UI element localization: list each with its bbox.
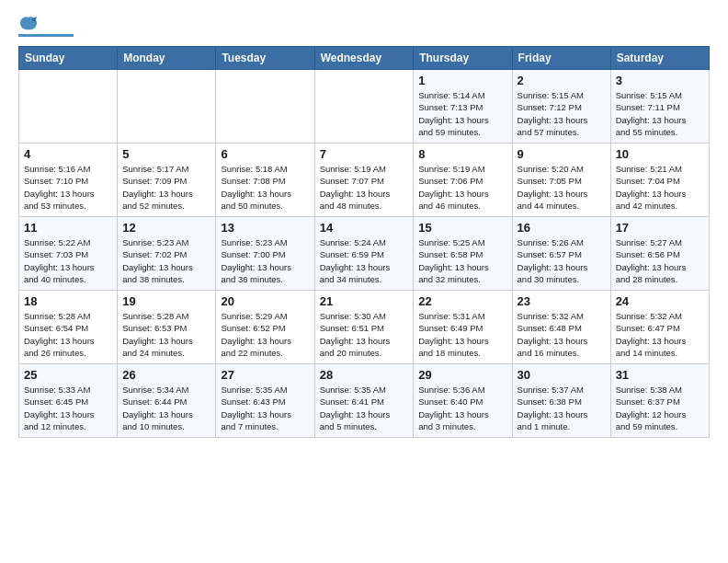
- day-number: 11: [24, 221, 112, 235]
- day-info: Sunrise: 5:23 AM Sunset: 7:00 PM Dayligh…: [221, 236, 309, 285]
- header-sunday: Sunday: [19, 47, 118, 70]
- table-row: 6Sunrise: 5:18 AM Sunset: 7:08 PM Daylig…: [216, 144, 314, 217]
- logo: [18, 15, 74, 37]
- table-row: 23Sunrise: 5:32 AM Sunset: 6:48 PM Dayli…: [512, 291, 610, 364]
- day-info: Sunrise: 5:30 AM Sunset: 6:51 PM Dayligh…: [320, 310, 409, 359]
- table-row: 26Sunrise: 5:34 AM Sunset: 6:44 PM Dayli…: [118, 364, 216, 438]
- day-info: Sunrise: 5:22 AM Sunset: 7:03 PM Dayligh…: [24, 236, 112, 285]
- header-thursday: Thursday: [414, 47, 512, 70]
- header-wednesday: Wednesday: [314, 47, 414, 70]
- day-info: Sunrise: 5:15 AM Sunset: 7:12 PM Dayligh…: [518, 89, 606, 138]
- table-row: 3Sunrise: 5:15 AM Sunset: 7:11 PM Daylig…: [610, 70, 709, 144]
- day-info: Sunrise: 5:36 AM Sunset: 6:40 PM Dayligh…: [418, 384, 506, 432]
- day-number: 29: [418, 368, 506, 382]
- calendar-week-row: 25Sunrise: 5:33 AM Sunset: 6:45 PM Dayli…: [19, 364, 710, 438]
- day-number: 14: [320, 221, 409, 235]
- table-row: 25Sunrise: 5:33 AM Sunset: 6:45 PM Dayli…: [19, 364, 118, 438]
- table-row: [118, 70, 216, 144]
- table-row: [216, 70, 314, 144]
- day-number: 6: [221, 147, 309, 161]
- header-monday: Monday: [118, 47, 216, 70]
- day-info: Sunrise: 5:37 AM Sunset: 6:38 PM Dayligh…: [518, 384, 606, 432]
- day-info: Sunrise: 5:15 AM Sunset: 7:11 PM Dayligh…: [616, 89, 704, 138]
- logo-underline: [18, 34, 74, 37]
- calendar-week-row: 4Sunrise: 5:16 AM Sunset: 7:10 PM Daylig…: [19, 144, 710, 217]
- calendar-week-row: 11Sunrise: 5:22 AM Sunset: 7:03 PM Dayli…: [19, 217, 710, 291]
- table-row: 20Sunrise: 5:29 AM Sunset: 6:52 PM Dayli…: [216, 291, 314, 364]
- table-row: 13Sunrise: 5:23 AM Sunset: 7:00 PM Dayli…: [216, 217, 314, 291]
- table-row: 1Sunrise: 5:14 AM Sunset: 7:13 PM Daylig…: [414, 70, 512, 144]
- day-number: 3: [616, 74, 704, 87]
- day-number: 18: [24, 294, 112, 308]
- day-info: Sunrise: 5:20 AM Sunset: 7:05 PM Dayligh…: [518, 163, 606, 212]
- header-saturday: Saturday: [610, 47, 709, 70]
- day-info: Sunrise: 5:34 AM Sunset: 6:44 PM Dayligh…: [122, 384, 210, 432]
- day-info: Sunrise: 5:33 AM Sunset: 6:45 PM Dayligh…: [24, 384, 112, 432]
- header-tuesday: Tuesday: [216, 47, 314, 70]
- table-row: 19Sunrise: 5:28 AM Sunset: 6:53 PM Dayli…: [118, 291, 216, 364]
- day-info: Sunrise: 5:24 AM Sunset: 6:59 PM Dayligh…: [320, 236, 409, 285]
- day-number: 23: [518, 294, 606, 308]
- table-row: 15Sunrise: 5:25 AM Sunset: 6:58 PM Dayli…: [414, 217, 512, 291]
- table-row: 2Sunrise: 5:15 AM Sunset: 7:12 PM Daylig…: [512, 70, 610, 144]
- day-number: 25: [24, 368, 112, 382]
- table-row: 12Sunrise: 5:23 AM Sunset: 7:02 PM Dayli…: [118, 217, 216, 291]
- table-row: 17Sunrise: 5:27 AM Sunset: 6:56 PM Dayli…: [610, 217, 709, 291]
- day-info: Sunrise: 5:19 AM Sunset: 7:06 PM Dayligh…: [418, 163, 506, 212]
- day-info: Sunrise: 5:31 AM Sunset: 6:49 PM Dayligh…: [418, 310, 506, 359]
- day-number: 10: [616, 147, 704, 161]
- table-row: 16Sunrise: 5:26 AM Sunset: 6:57 PM Dayli…: [512, 217, 610, 291]
- table-row: 10Sunrise: 5:21 AM Sunset: 7:04 PM Dayli…: [610, 144, 709, 217]
- day-number: 1: [418, 74, 506, 87]
- table-row: 28Sunrise: 5:35 AM Sunset: 6:41 PM Dayli…: [314, 364, 414, 438]
- day-number: 2: [518, 74, 606, 87]
- day-info: Sunrise: 5:28 AM Sunset: 6:53 PM Dayligh…: [122, 310, 210, 359]
- day-info: Sunrise: 5:38 AM Sunset: 6:37 PM Dayligh…: [616, 384, 704, 432]
- day-info: Sunrise: 5:32 AM Sunset: 6:48 PM Dayligh…: [518, 310, 606, 359]
- table-row: 21Sunrise: 5:30 AM Sunset: 6:51 PM Dayli…: [314, 291, 414, 364]
- day-info: Sunrise: 5:28 AM Sunset: 6:54 PM Dayligh…: [24, 310, 112, 359]
- header-friday: Friday: [512, 47, 610, 70]
- day-number: 13: [221, 221, 309, 235]
- table-row: 27Sunrise: 5:35 AM Sunset: 6:43 PM Dayli…: [216, 364, 314, 438]
- day-info: Sunrise: 5:35 AM Sunset: 6:43 PM Dayligh…: [221, 384, 309, 432]
- table-row: 9Sunrise: 5:20 AM Sunset: 7:05 PM Daylig…: [512, 144, 610, 217]
- day-number: 12: [122, 221, 210, 235]
- table-row: 7Sunrise: 5:19 AM Sunset: 7:07 PM Daylig…: [314, 144, 414, 217]
- calendar-header-row: Sunday Monday Tuesday Wednesday Thursday…: [19, 47, 710, 70]
- day-number: 8: [418, 147, 506, 161]
- day-info: Sunrise: 5:27 AM Sunset: 6:56 PM Dayligh…: [616, 236, 704, 285]
- table-row: 11Sunrise: 5:22 AM Sunset: 7:03 PM Dayli…: [19, 217, 118, 291]
- day-number: 20: [221, 294, 309, 308]
- day-number: 5: [122, 147, 210, 161]
- calendar-week-row: 18Sunrise: 5:28 AM Sunset: 6:54 PM Dayli…: [19, 291, 710, 364]
- calendar-week-row: 1Sunrise: 5:14 AM Sunset: 7:13 PM Daylig…: [19, 70, 710, 144]
- day-number: 4: [24, 147, 112, 161]
- day-number: 15: [418, 221, 506, 235]
- day-number: 7: [320, 147, 409, 161]
- day-number: 17: [616, 221, 704, 235]
- day-info: Sunrise: 5:16 AM Sunset: 7:10 PM Dayligh…: [24, 163, 112, 212]
- day-number: 19: [122, 294, 210, 308]
- day-info: Sunrise: 5:26 AM Sunset: 6:57 PM Dayligh…: [518, 236, 606, 285]
- table-row: 18Sunrise: 5:28 AM Sunset: 6:54 PM Dayli…: [19, 291, 118, 364]
- day-info: Sunrise: 5:35 AM Sunset: 6:41 PM Dayligh…: [320, 384, 409, 432]
- day-info: Sunrise: 5:32 AM Sunset: 6:47 PM Dayligh…: [616, 310, 704, 359]
- day-number: 30: [518, 368, 606, 382]
- day-info: Sunrise: 5:21 AM Sunset: 7:04 PM Dayligh…: [616, 163, 704, 212]
- day-number: 27: [221, 368, 309, 382]
- table-row: [19, 70, 118, 144]
- day-number: 26: [122, 368, 210, 382]
- day-number: 16: [518, 221, 606, 235]
- table-row: 24Sunrise: 5:32 AM Sunset: 6:47 PM Dayli…: [610, 291, 709, 364]
- table-row: 8Sunrise: 5:19 AM Sunset: 7:06 PM Daylig…: [414, 144, 512, 217]
- day-info: Sunrise: 5:29 AM Sunset: 6:52 PM Dayligh…: [221, 310, 309, 359]
- day-number: 22: [418, 294, 506, 308]
- table-row: 22Sunrise: 5:31 AM Sunset: 6:49 PM Dayli…: [414, 291, 512, 364]
- day-number: 31: [616, 368, 704, 382]
- table-row: 30Sunrise: 5:37 AM Sunset: 6:38 PM Dayli…: [512, 364, 610, 438]
- day-number: 28: [320, 368, 409, 382]
- day-number: 9: [518, 147, 606, 161]
- table-row: 5Sunrise: 5:17 AM Sunset: 7:09 PM Daylig…: [118, 144, 216, 217]
- day-number: 21: [320, 294, 409, 308]
